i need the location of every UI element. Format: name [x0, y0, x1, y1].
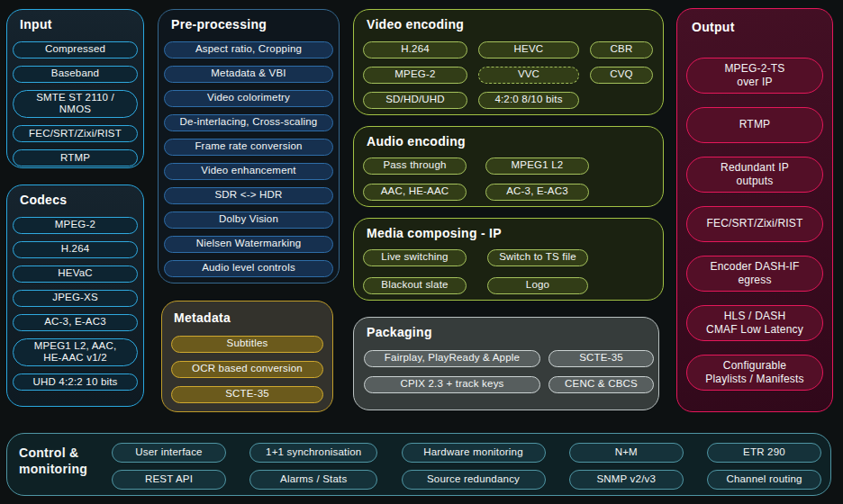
pill-live-switching: Live switching	[363, 249, 467, 266]
pill-h-264: H.264	[13, 241, 138, 258]
pill-video-colorimetry: Video colorimetry	[164, 90, 333, 107]
pill-hls-dash-cmaf-low-latency: HLS / DASH CMAF Low Latency	[686, 305, 823, 341]
pill-mpeg-2: MPEG-2	[363, 67, 467, 84]
pill-configurable-playlists-manifests: Configurable Playlists / Manifests	[686, 355, 823, 391]
pill-nielsen-watermarking: Nielsen Watermarking	[164, 236, 333, 253]
pill-ac-3-e-ac3: AC-3, E-AC3	[485, 184, 589, 201]
pill-audio-level-controls: Audio level controls	[164, 260, 333, 277]
pill-ocr-based-conversion: OCR based conversion	[171, 361, 323, 378]
pill-pass-through: Pass through	[363, 158, 467, 175]
pill-ac-3-e-ac3: AC-3, E-AC3	[13, 314, 138, 331]
pill-4-2-0-8-10-bits: 4:2:0 8/10 bits	[478, 92, 579, 109]
video-encoding-pill-grid: H.264HEVCCBRMPEG-2VVCCVQSD/HD/UHD4:2:0 8…	[354, 41, 663, 109]
pill-hevac: HEVaC	[13, 266, 138, 283]
section-video-encoding: Video encoding H.264HEVCCBRMPEG-2VVCCVQS…	[353, 9, 664, 115]
section-output: Output MPEG-2-TS over IPRTMPRedundant IP…	[676, 8, 833, 412]
video-encoding-title: Video encoding	[367, 17, 663, 33]
pill-sd-hd-uhd: SD/HD/UHD	[363, 92, 467, 109]
pill-n-m: N+M	[569, 443, 684, 463]
pill-baseband: Baseband	[13, 66, 138, 83]
pill-channel-routing: Channel routing	[707, 470, 821, 490]
pill-logo: Logo	[487, 277, 588, 294]
pill-scte-35: SCTE-35	[171, 386, 323, 403]
pill-fec-srt-zixi-rist: FEC/SRT/Zixi/RIST	[686, 206, 823, 242]
diagram-canvas: Input CompressedBasebandSMTE ST 2110 / N…	[0, 0, 843, 504]
codecs-title: Codecs	[20, 193, 143, 209]
pill-mpeg1-l2: MPEG1 L2	[485, 158, 589, 175]
pill-aac-he-aac: AAC, HE-AAC	[363, 184, 467, 201]
pill-hardware-monitoring: Hardware monitoring	[402, 443, 546, 463]
pill-cpix-2-3-track-keys: CPIX 2.3 + track keys	[364, 376, 540, 393]
pill-cvq: CVQ	[590, 67, 653, 84]
pill-rest-api: REST API	[112, 470, 226, 490]
pill-jpeg-xs: JPEG-XS	[13, 290, 138, 307]
packaging-pill-grid: Fairplay, PlayReady & AppleSCTE-35CPIX 2…	[354, 350, 658, 393]
pill-encoder-dash-if-egress: Encoder DASH-IF egress	[686, 256, 823, 292]
pill-fec-srt-zixi-rist: FEC/SRT/Zixi/RIST	[13, 125, 138, 142]
pill-alarms-stats: Alarms / Stats	[249, 470, 377, 490]
pill-compressed: Compressed	[13, 41, 138, 58]
pill-vvc: VVC	[478, 67, 579, 84]
pill-uhd-4-2-2-10-bits: UHD 4:2:2 10 bits	[13, 374, 138, 391]
pill-cenc-cbcs: CENC & CBCS	[548, 376, 654, 393]
pill-scte-35: SCTE-35	[548, 350, 654, 367]
pill-h-264: H.264	[363, 41, 467, 58]
pill-blackout-slate: Blackout slate	[363, 277, 467, 294]
pill-1-1-synchronisation: 1+1 synchronisation	[249, 443, 377, 463]
pill-smte-st-2110-nmos: SMTE ST 2110 / NMOS	[13, 90, 138, 119]
pill-aspect-ratio-cropping: Aspect ratio, Cropping	[164, 41, 333, 58]
input-title: Input	[20, 17, 143, 33]
preprocessing-title: Pre-processing	[171, 17, 339, 33]
pill-rtmp: RTMP	[13, 149, 138, 166]
pill-dolby-vision: Dolby Vision	[164, 212, 333, 229]
preprocessing-pill-list: Aspect ratio, CroppingMetadata & VBIVide…	[159, 41, 339, 277]
section-audio-encoding: Audio encoding Pass throughMPEG1 L2AAC, …	[353, 126, 664, 207]
pill-cbr: CBR	[590, 41, 653, 58]
audio-encoding-pill-grid: Pass throughMPEG1 L2AAC, HE-AACAC-3, E-A…	[354, 158, 663, 201]
pill-switch-to-ts-file: Switch to TS file	[487, 249, 588, 266]
control-column: User interfaceREST API	[112, 443, 226, 490]
section-control-monitoring: Control & monitoring User interfaceREST …	[6, 433, 831, 496]
output-title: Output	[692, 20, 832, 36]
metadata-pill-list: SubtitlesOCR based conversionSCTE-35	[162, 336, 332, 403]
pill-frame-rate-conversion: Frame rate conversion	[164, 139, 333, 156]
pill-de-interlacing-cross-scaling: De-interlacing, Cross-scaling	[164, 114, 333, 131]
section-preprocessing: Pre-processing Aspect ratio, CroppingMet…	[158, 9, 340, 284]
control-column: ETR 290Channel routing	[707, 443, 821, 490]
pill-subtitles: Subtitles	[171, 336, 323, 353]
pill-source-redundancy: Source redundancy	[402, 470, 546, 490]
pill-redundant-ip-outputs: Redundant IP outputs	[686, 157, 823, 193]
control-column: N+MSNMP v2/v3	[569, 443, 684, 490]
control-monitoring-columns: User interfaceREST API1+1 synchronisatio…	[112, 443, 821, 490]
pill-fairplay-playready-apple: Fairplay, PlayReady & Apple	[364, 350, 540, 367]
pill-sdr-hdr: SDR <-> HDR	[164, 187, 333, 204]
section-media-composing: Media composing - IP Live switchingSwitc…	[353, 218, 664, 301]
pill-mpeg-2: MPEG-2	[13, 217, 138, 234]
pill-snmp-v2-v3: SNMP v2/v3	[569, 470, 684, 490]
media-composing-title: Media composing - IP	[367, 226, 663, 242]
output-pill-list: MPEG-2-TS over IPRTMPRedundant IP output…	[677, 58, 832, 391]
pill-etr-290: ETR 290	[707, 443, 821, 463]
control-monitoring-inner: Control & monitoring User interfaceREST …	[7, 434, 830, 495]
audio-encoding-title: Audio encoding	[367, 134, 663, 150]
control-monitoring-title: Control & monitoring	[19, 445, 104, 477]
metadata-title: Metadata	[174, 310, 332, 327]
pill-rtmp: RTMP	[686, 107, 823, 143]
section-codecs: Codecs MPEG-2H.264HEVaCJPEG-XSAC-3, E-AC…	[6, 184, 144, 407]
input-pill-list: CompressedBasebandSMTE ST 2110 / NMOSFEC…	[7, 41, 143, 167]
pill-mpeg1-l2-aac-he-aac-v1-2: MPEG1 L2, AAC, HE-AAC v1/2	[13, 338, 138, 367]
pill-user-interface: User interface	[112, 443, 226, 463]
control-column: 1+1 synchronisationAlarms / Stats	[249, 443, 377, 490]
pill-video-enhancement: Video enhancement	[164, 163, 333, 180]
pill-mpeg-2-ts-over-ip: MPEG-2-TS over IP	[686, 58, 823, 94]
section-packaging: Packaging Fairplay, PlayReady & AppleSCT…	[353, 317, 659, 410]
section-input: Input CompressedBasebandSMTE ST 2110 / N…	[6, 9, 144, 168]
pill-metadata-vbi: Metadata & VBI	[164, 66, 333, 83]
control-column: Hardware monitoringSource redundancy	[402, 443, 546, 490]
pill-hevc: HEVC	[478, 41, 579, 58]
media-composing-pill-grid: Live switchingSwitch to TS fileBlackout …	[354, 249, 663, 294]
codecs-pill-list: MPEG-2H.264HEVaCJPEG-XSAC-3, E-AC3MPEG1 …	[7, 217, 143, 392]
packaging-title: Packaging	[367, 325, 658, 341]
section-metadata: Metadata SubtitlesOCR based conversionSC…	[161, 301, 333, 412]
